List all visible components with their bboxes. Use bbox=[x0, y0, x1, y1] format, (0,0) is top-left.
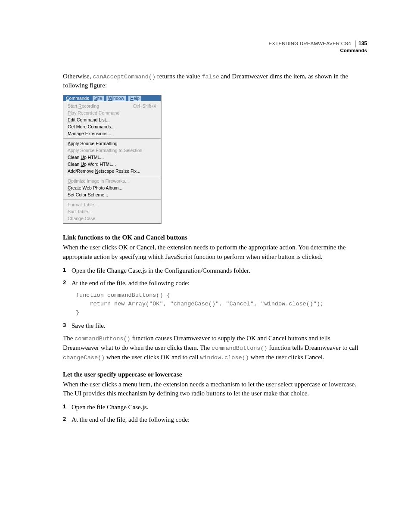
menu-item: Start RecordingCtrl+Shift+X bbox=[63, 103, 161, 109]
menu-item: Play Recorded Command bbox=[63, 109, 161, 116]
step-1: Open the file Change Case.js in the Conf… bbox=[63, 266, 367, 275]
menu-item-label: Sort Table... bbox=[68, 209, 92, 214]
header-section: Commands bbox=[63, 47, 367, 54]
menu-shortcut: Ctrl+Shift+X bbox=[133, 104, 156, 109]
menu-item-label: Clean Up HTML... bbox=[68, 155, 104, 160]
menu-item: Apply Source Formatting to Selection bbox=[63, 147, 161, 154]
menu-bar-commands: Commands bbox=[65, 96, 90, 101]
menu-item: Create Web Photo Album... bbox=[63, 184, 161, 191]
menu-item: Apply Source Formatting bbox=[63, 140, 161, 147]
code-windowclose: window.close() bbox=[200, 355, 249, 361]
section2-heading: Let the user specify uppercase or lowerc… bbox=[63, 371, 367, 378]
menu-separator bbox=[63, 199, 161, 200]
menu-item: Manage Extensions... bbox=[63, 130, 161, 137]
menu-item: Get More Commands... bbox=[63, 123, 161, 130]
page-header: EXTENDING DREAMWEAVER CS4 135 Commands bbox=[63, 39, 367, 54]
menu-item-label: Apply Source Formatting to Selection bbox=[68, 148, 142, 153]
section1-steps: Open the file Change Case.js in the Conf… bbox=[63, 266, 367, 288]
menu-item-label: Add/Remove Netscape Resize Fix... bbox=[68, 168, 140, 174]
menu-separator bbox=[63, 176, 161, 176]
menu-bar-window: Window bbox=[106, 96, 126, 101]
menu-item: Edit Command List... bbox=[63, 116, 161, 123]
code-block-command-buttons: function commandButtons() { return new A… bbox=[76, 291, 367, 317]
menu-item: Set Color Scheme... bbox=[63, 191, 161, 198]
menu-item-label: Edit Command List... bbox=[68, 117, 109, 122]
menu-item-label: Manage Extensions... bbox=[68, 131, 111, 136]
code-changecase: changeCase() bbox=[63, 355, 105, 361]
menu-item-label: Set Color Scheme... bbox=[68, 192, 108, 197]
menu-item-label: Optimize Image in Fireworks... bbox=[68, 178, 129, 184]
commands-menu-figure: Commands Site Window Help Start Recordin… bbox=[63, 95, 161, 224]
section1-steps-cont: Save the file. bbox=[63, 321, 367, 330]
step-3: Save the file. bbox=[63, 321, 367, 330]
section2-steps: Open the file Change Case.js. At the end… bbox=[63, 403, 367, 424]
menu-item: Add/Remove Netscape Resize Fix... bbox=[63, 168, 161, 174]
menu-item-label: Clean Up Word HTML... bbox=[68, 162, 116, 167]
s2-step-2: At the end of the file, add the followin… bbox=[63, 415, 367, 424]
section1-heading: Link functions to the OK and Cancel butt… bbox=[63, 234, 367, 241]
menu-item-label: Play Recorded Command bbox=[68, 110, 119, 115]
menu-item-label: Get More Commands... bbox=[68, 124, 115, 129]
menu-item: Clean Up HTML... bbox=[63, 154, 161, 161]
menu-bar-site: Site bbox=[93, 96, 104, 101]
section1-para: When the user clicks OK or Cancel, the e… bbox=[63, 243, 367, 262]
menu-item-label: Apply Source Formatting bbox=[68, 141, 118, 146]
menu-bar-help: Help bbox=[128, 96, 141, 101]
para-command-buttons: The commandButtons() function causes Dre… bbox=[63, 334, 367, 362]
menu-bar: Commands Site Window Help bbox=[63, 95, 161, 101]
menu-item: Clean Up Word HTML... bbox=[63, 161, 161, 168]
code-false: false bbox=[202, 74, 219, 80]
menu-item-label: Start Recording bbox=[68, 103, 99, 109]
section2-para: When the user clicks a menu item, the ex… bbox=[63, 380, 367, 399]
menu-item-label: Format Table... bbox=[68, 202, 98, 207]
step-2: At the end of the file, add the followin… bbox=[63, 279, 367, 288]
menu-dropdown: Start RecordingCtrl+Shift+XPlay Recorded… bbox=[63, 101, 161, 223]
menu-item: Format Table... bbox=[63, 201, 161, 208]
code-cmdbtn2: commandButtons() bbox=[212, 345, 268, 352]
menu-separator bbox=[63, 138, 161, 139]
s2-step-1: Open the file Change Case.js. bbox=[63, 403, 367, 412]
page-number: 135 bbox=[355, 40, 367, 47]
menu-item-label: Create Web Photo Album... bbox=[68, 185, 122, 190]
menu-item-label: Change Case bbox=[68, 216, 95, 221]
code-cmdbtn1: commandButtons() bbox=[75, 336, 131, 342]
menu-item: Sort Table... bbox=[63, 208, 161, 215]
header-title: EXTENDING DREAMWEAVER CS4 bbox=[268, 41, 351, 46]
menu-item: Change Case bbox=[63, 215, 161, 222]
menu-item: Optimize Image in Fireworks... bbox=[63, 177, 161, 184]
code-can-accept: canAcceptCommand() bbox=[93, 74, 156, 80]
intro-paragraph: Otherwise, canAcceptCommand() returns th… bbox=[63, 72, 367, 91]
